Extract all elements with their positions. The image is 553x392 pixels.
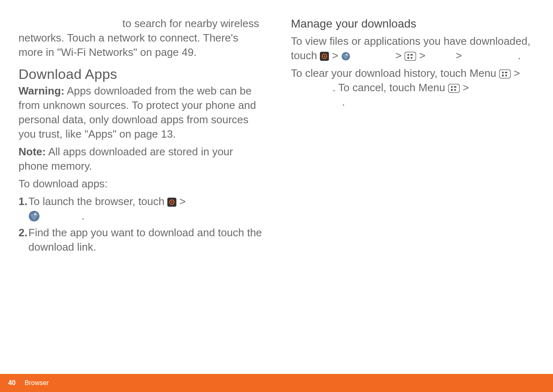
p1-more-ghost: More bbox=[428, 49, 453, 62]
p1-downloads-ghost: Downloads bbox=[465, 49, 518, 62]
svg-point-14 bbox=[411, 57, 412, 59]
content-columns: to search for nearby wireless networks. … bbox=[0, 0, 553, 374]
svg-point-24 bbox=[454, 89, 456, 91]
svg-rect-10 bbox=[405, 52, 416, 61]
intro-paragraph: to search for nearby wireless networks. … bbox=[19, 16, 262, 60]
menu-key-icon bbox=[405, 50, 416, 59]
svg-rect-12 bbox=[410, 54, 413, 55]
note-label: Note: bbox=[19, 145, 46, 158]
step-1-browser-ghost: Browser bbox=[43, 210, 81, 222]
browser-globe-icon bbox=[28, 210, 40, 222]
svg-rect-22 bbox=[454, 86, 456, 88]
warning-paragraph: Warning: Apps downloaded from the web ca… bbox=[19, 84, 262, 141]
svg-point-16 bbox=[502, 71, 504, 73]
intro-ghost-prefix bbox=[19, 17, 120, 30]
p2-d: > bbox=[460, 81, 472, 94]
step-1-text-b: > bbox=[179, 195, 185, 208]
p1-c: > bbox=[393, 49, 405, 62]
p2-b: > bbox=[511, 67, 520, 79]
right-column: Manage your downloads To view files or a… bbox=[291, 16, 535, 374]
step-1-text-a: To launch the browser, touch bbox=[28, 195, 167, 208]
page: to search for nearby wireless networks. … bbox=[0, 0, 553, 392]
note-body: All apps downloaded are stored in your p… bbox=[19, 145, 233, 172]
download-steps: 1. To launch the browser, touch > Browse… bbox=[19, 194, 262, 254]
svg-rect-18 bbox=[502, 75, 504, 76]
p1-browser-ghost: Browser bbox=[350, 49, 393, 62]
home-key-icon bbox=[320, 50, 329, 59]
p1-f: . bbox=[518, 49, 521, 62]
step-2-number: 2. bbox=[19, 226, 28, 240]
p2-c: . To cancel, touch Menu bbox=[333, 81, 448, 94]
warning-label: Warning: bbox=[19, 85, 65, 97]
svg-rect-23 bbox=[451, 89, 453, 91]
menu-key-icon bbox=[448, 82, 460, 91]
svg-point-7 bbox=[324, 55, 326, 57]
step-1-number: 1. bbox=[19, 194, 28, 209]
note-paragraph: Note: All apps downloaded are stored in … bbox=[19, 145, 262, 173]
svg-point-21 bbox=[451, 86, 453, 88]
manage-downloads-heading: Manage your downloads bbox=[291, 16, 535, 31]
browser-globe-icon bbox=[341, 50, 350, 59]
download-apps-heading: Download Apps bbox=[19, 67, 262, 81]
svg-point-19 bbox=[505, 75, 507, 76]
view-downloads-paragraph: To view files or applications you have d… bbox=[291, 34, 535, 63]
step-1-text-c: . bbox=[81, 210, 84, 222]
step-2: 2. Find the app you want to download and… bbox=[19, 226, 262, 254]
footer-section: Browser bbox=[25, 379, 49, 387]
p1-d: > bbox=[419, 49, 428, 62]
p2-e: . bbox=[342, 96, 345, 108]
p2-a: To clear your download history, touch Me… bbox=[291, 67, 500, 79]
p2-clear-ghost: Clear list bbox=[291, 81, 333, 94]
clear-cancel-paragraph: To clear your download history, touch Me… bbox=[291, 66, 535, 109]
svg-rect-13 bbox=[407, 57, 409, 59]
p1-b: > bbox=[329, 49, 341, 62]
menu-key-icon bbox=[499, 68, 511, 77]
svg-rect-20 bbox=[449, 84, 460, 93]
to-download-intro: To download apps: bbox=[19, 177, 262, 191]
page-number: 40 bbox=[8, 379, 16, 387]
step-1: 1. To launch the browser, touch > Browse… bbox=[19, 194, 262, 223]
step-2-text: Find the app you want to download and to… bbox=[28, 226, 262, 253]
svg-point-2 bbox=[171, 201, 173, 203]
svg-rect-17 bbox=[505, 72, 507, 73]
home-key-icon bbox=[167, 196, 176, 205]
svg-point-9 bbox=[346, 54, 348, 56]
svg-point-11 bbox=[407, 54, 409, 55]
svg-point-4 bbox=[34, 213, 37, 215]
p1-e: > bbox=[453, 49, 465, 62]
left-column: to search for nearby wireless networks. … bbox=[19, 16, 262, 374]
svg-rect-15 bbox=[500, 70, 511, 78]
page-footer: 40 Browser bbox=[0, 374, 553, 392]
